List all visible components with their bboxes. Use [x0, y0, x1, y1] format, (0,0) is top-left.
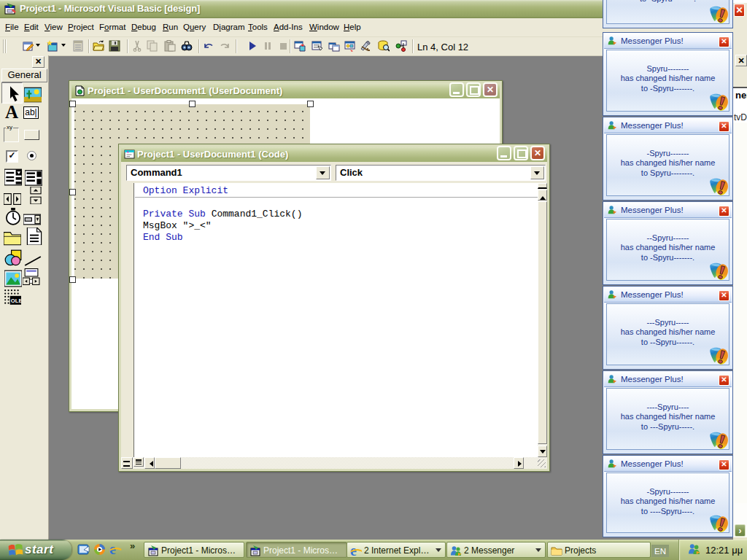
svg-text:OLE: OLE	[11, 298, 21, 304]
